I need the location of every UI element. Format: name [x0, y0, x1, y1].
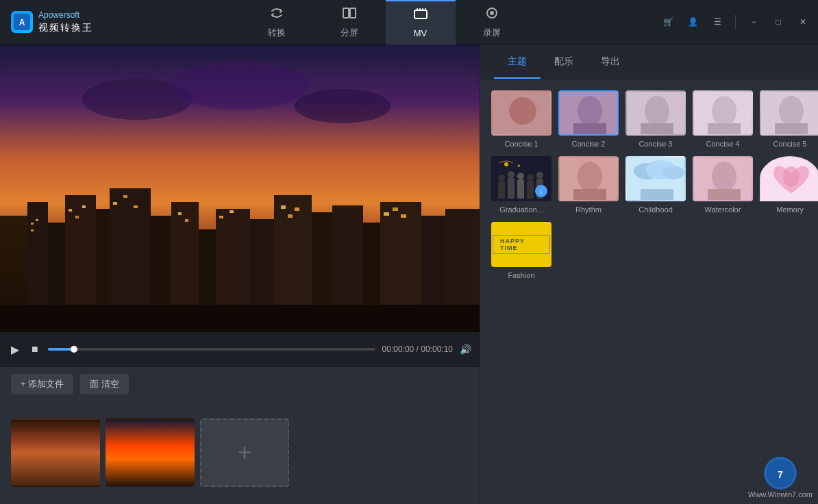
video-controls: ▶ ■ 00:00:00 / 00:00:10 🔊: [0, 332, 480, 366]
file-controls: + 添加文件 面 清空: [0, 366, 480, 401]
svg-rect-3: [350, 8, 356, 18]
svg-rect-65: [498, 181, 505, 199]
svg-point-62: [779, 96, 804, 126]
theme-row-1: Concise 1 Concise 2: [491, 90, 818, 148]
titlebar: A Apowersoft 视频转换王 转换: [0, 0, 818, 45]
download-badge: ↓: [535, 185, 547, 197]
svg-rect-36: [123, 195, 127, 198]
concise2-preview: [560, 92, 619, 136]
progress-dot: [71, 346, 77, 353]
thumbnail-item[interactable]: [106, 418, 195, 487]
svg-point-86: [712, 162, 736, 192]
svg-rect-57: [641, 123, 673, 136]
theme-concise4[interactable]: Concise 4: [693, 90, 753, 148]
watermark: 7 Www.Winwin7.com: [748, 456, 813, 499]
theme-concise3[interactable]: Concise 3: [625, 90, 686, 148]
maximize-button[interactable]: □: [769, 12, 788, 32]
theme-rhythm[interactable]: Rhythm: [558, 156, 619, 214]
tab-mv[interactable]: MV: [386, 0, 456, 45]
mv-icon: [413, 7, 428, 25]
tab-convert-label: 转换: [268, 27, 286, 39]
user-icon[interactable]: 👤: [683, 12, 702, 32]
concise4-preview: [694, 92, 753, 136]
svg-rect-33: [75, 216, 79, 218]
svg-rect-63: [775, 123, 808, 136]
svg-rect-49: [493, 92, 551, 136]
theme-memory[interactable]: Memory: [760, 156, 818, 214]
svg-rect-35: [113, 202, 117, 205]
left-panel: ▶ ■ 00:00:00 / 00:00:10 🔊 + 添加文件 面 清空 +: [0, 45, 480, 504]
nav-tabs: 转换 分屏 MV: [110, 0, 658, 45]
tab-record-label: 录屏: [483, 27, 501, 39]
theme-concise2[interactable]: Concise 2: [558, 90, 619, 148]
progress-bar[interactable]: [48, 348, 375, 351]
concise1-preview: [493, 92, 551, 136]
tab-split[interactable]: 分屏: [313, 0, 386, 45]
theme-watercolor[interactable]: Watercolor: [693, 156, 753, 214]
svg-rect-60: [708, 123, 741, 136]
stop-button[interactable]: ■: [29, 340, 41, 358]
win7-logo-icon: 7: [763, 456, 797, 490]
svg-point-68: [508, 171, 515, 178]
svg-rect-4: [414, 10, 427, 18]
concise5-preview: [761, 92, 818, 136]
clear-button[interactable]: 面 清空: [80, 374, 129, 394]
svg-point-74: [536, 172, 543, 179]
svg-rect-43: [288, 214, 293, 218]
theme-childhood[interactable]: Childhood: [625, 156, 686, 214]
svg-rect-41: [230, 210, 234, 213]
svg-rect-48: [0, 305, 480, 332]
svg-rect-2: [343, 8, 349, 18]
close-button[interactable]: ✕: [793, 12, 813, 32]
cart-icon[interactable]: 🛒: [658, 12, 678, 32]
svg-rect-84: [641, 189, 673, 201]
svg-rect-79: [573, 189, 606, 201]
svg-point-83: [662, 166, 684, 179]
cityscape-svg: [0, 45, 480, 332]
svg-rect-42: [281, 205, 286, 209]
svg-rect-30: [31, 229, 34, 231]
add-file-button[interactable]: + 添加文件: [11, 374, 73, 394]
video-area: [0, 45, 480, 332]
tab-export[interactable]: 导出: [587, 45, 634, 79]
tab-music[interactable]: 配乐: [541, 45, 587, 79]
memory-preview: [761, 158, 818, 201]
play-button[interactable]: ▶: [8, 340, 22, 359]
tab-theme[interactable]: 主题: [494, 45, 541, 79]
thumbnails-area: +: [0, 401, 480, 504]
watercolor-preview: [694, 158, 753, 201]
add-thumbnail-button[interactable]: +: [200, 418, 289, 487]
svg-rect-37: [134, 205, 138, 208]
theme-graduation[interactable]: ✦ ↓ Graduation...: [491, 156, 551, 214]
svg-point-70: [517, 173, 524, 179]
watermark-text: Www.Winwin7.com: [748, 490, 813, 499]
minimize-button[interactable]: −: [744, 12, 763, 32]
tab-record[interactable]: 录屏: [456, 0, 528, 45]
svg-point-89: [783, 166, 800, 187]
svg-rect-67: [508, 178, 515, 199]
tab-split-label: 分屏: [340, 27, 358, 39]
theme-grid: Concise 1 Concise 2: [480, 79, 818, 504]
svg-rect-39: [185, 219, 188, 222]
menu-icon[interactable]: ☰: [708, 12, 727, 32]
svg-point-50: [510, 96, 535, 126]
svg-point-72: [527, 174, 534, 181]
svg-point-9: [171, 62, 308, 110]
svg-rect-46: [393, 207, 398, 211]
theme-concise5[interactable]: Concise 5: [760, 90, 818, 148]
svg-text:A: A: [19, 18, 25, 27]
svg-point-6: [490, 11, 494, 15]
theme-concise1[interactable]: Concise 1: [491, 90, 551, 148]
svg-rect-45: [384, 212, 389, 216]
split-icon: [342, 5, 357, 24]
main-area: ▶ ■ 00:00:00 / 00:00:10 🔊 + 添加文件 面 清空 + …: [0, 45, 818, 504]
thumbnail-item[interactable]: [11, 418, 100, 487]
tab-convert[interactable]: 转换: [240, 0, 313, 45]
volume-icon[interactable]: 🔊: [460, 344, 471, 355]
svg-rect-32: [69, 209, 72, 212]
time-display: 00:00:00 / 00:00:10: [382, 344, 453, 354]
right-panel: 主题 配乐 导出: [480, 45, 818, 504]
theme-fashion[interactable]: HAPPY TIME Fashion: [491, 222, 551, 279]
record-icon: [484, 5, 499, 24]
svg-rect-71: [527, 181, 534, 199]
